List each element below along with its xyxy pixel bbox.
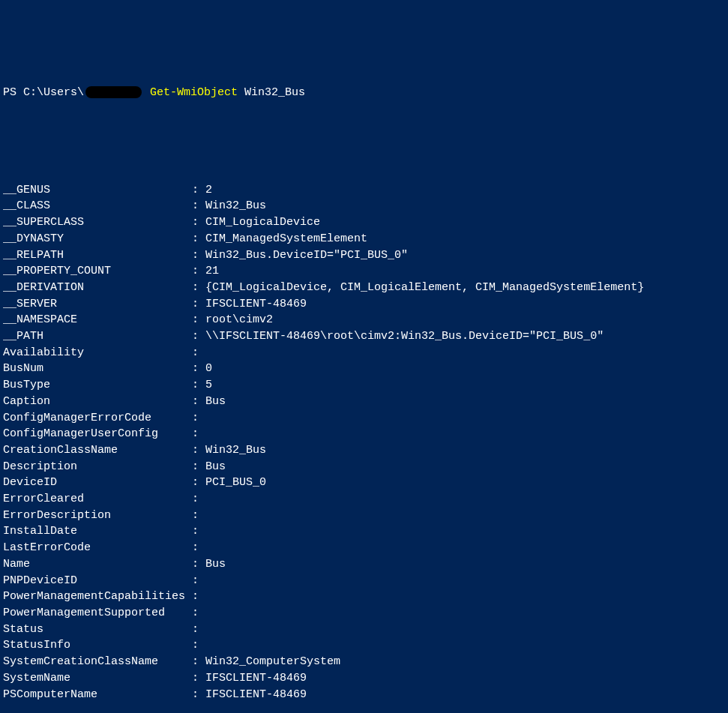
property-row: __DERIVATION : {CIM_LogicalDevice, CIM_L… [3,280,725,296]
property-row: SystemCreationClassName : Win32_Computer… [3,654,725,670]
property-row: InstallDate : [3,523,725,540]
property-row: Caption : Bus [3,394,725,410]
output-block-1: __GENUS : 2__CLASS : Win32_Bus__SUPERCLA… [3,182,725,703]
property-row: Status : [3,622,725,638]
property-row: ConfigManagerErrorCode : [3,410,725,427]
property-row: __SUPERCLASS : CIM_LogicalDevice [3,214,725,231]
property-row: BusNum : 0 [3,361,725,377]
prompt-line: PS C:\Users\ Get-WmiObject Win32_Bus [3,85,725,101]
property-row: StatusInfo : [3,637,725,654]
blank-line [3,117,725,133]
property-row: CreationClassName : Win32_Bus [3,442,725,459]
property-row: __DYNASTY : CIM_ManagedSystemElement [3,231,725,247]
redacted-username [85,86,142,98]
prompt-prefix: PS C:\Users\ [3,86,84,99]
cmdlet-argument: Win32_Bus [238,86,305,99]
property-row: PNPDeviceID : [3,573,725,589]
property-row: ConfigManagerUserConfig : [3,426,725,442]
property-row: Name : Bus [3,556,725,573]
cmdlet-name: Get-WmiObject [150,86,238,99]
property-row: ErrorCleared : [3,491,725,508]
property-row: DeviceID : PCI_BUS_0 [3,475,725,491]
property-row: __GENUS : 2 [3,182,725,199]
property-row: __PATH : \\IFSCLIENT-48469\root\cimv2:Wi… [3,328,725,345]
property-row: Description : Bus [3,459,725,475]
terminal-output[interactable]: PS C:\Users\ Get-WmiObject Win32_Bus __G… [3,68,725,713]
property-row: BusType : 5 [3,377,725,394]
property-row: SystemName : IFSCLIENT-48469 [3,670,725,687]
property-row: ErrorDescription : [3,508,725,524]
property-row: Availability : [3,345,725,361]
property-row: PowerManagementSupported : [3,605,725,622]
property-row: PowerManagementCapabilities : [3,589,725,605]
property-row: __RELPATH : Win32_Bus.DeviceID="PCI_BUS_… [3,247,725,264]
property-row: LastErrorCode : [3,540,725,556]
property-row: __PROPERTY_COUNT : 21 [3,263,725,280]
property-row: __CLASS : Win32_Bus [3,198,725,214]
property-row: __SERVER : IFSCLIENT-48469 [3,296,725,313]
property-row: __NAMESPACE : root\cimv2 [3,312,725,328]
blank-line [3,149,725,166]
property-row: PSComputerName : IFSCLIENT-48469 [3,687,725,703]
